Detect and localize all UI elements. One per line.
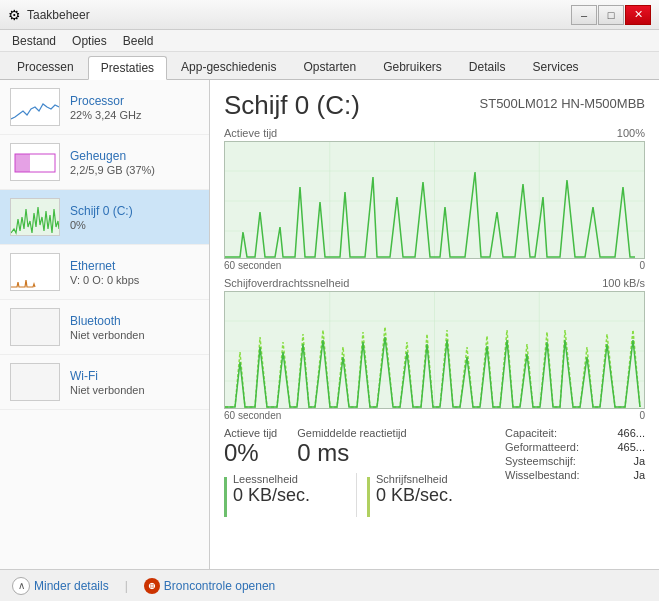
main-panel: Schijf 0 (C:) ST500LM012 HN-M500MBB Acti… <box>210 80 659 569</box>
chart1-label: Actieve tijd <box>224 127 277 139</box>
capacity-row: Capaciteit: 466... <box>505 427 645 439</box>
formatted-label: Geformatteerd: <box>505 441 579 453</box>
sidebar-item-memory[interactable]: Geheugen 2,2/5,9 GB (37%) <box>0 135 209 190</box>
transfer-speed-svg <box>225 292 644 409</box>
disk-info: Schijf 0 (C:) 0% <box>70 204 199 231</box>
swap-file-label: Wisselbestand: <box>505 469 580 481</box>
tab-opstarten[interactable]: Opstarten <box>290 55 369 79</box>
ethernet-mini-chart <box>11 254 59 290</box>
main-title: Schijf 0 (C:) <box>224 90 360 121</box>
tab-gebruikers[interactable]: Gebruikers <box>370 55 455 79</box>
read-speed-value: 0 KB/sec. <box>233 485 310 506</box>
bluetooth-label: Bluetooth <box>70 314 199 328</box>
speed-divider <box>356 473 357 517</box>
system-disk-value: Ja <box>633 455 645 467</box>
ethernet-label: Ethernet <box>70 259 199 273</box>
disk-label: Schijf 0 (C:) <box>70 204 199 218</box>
window-title: Taakbeheer <box>27 8 90 22</box>
chart1-label-row: Actieve tijd 100% <box>224 127 645 139</box>
active-time-stat: Actieve tijd 0% Gemiddelde reactietijd 0… <box>224 427 489 517</box>
sidebar-item-bluetooth[interactable]: Bluetooth Niet verbonden <box>0 300 209 355</box>
ethernet-value: V: 0 O: 0 kbps <box>70 274 199 286</box>
close-button[interactable]: ✕ <box>625 5 651 25</box>
chart2-time-right: 0 <box>639 410 645 421</box>
less-details-label: Minder details <box>34 579 109 593</box>
disk-thumbnail <box>10 198 60 236</box>
active-time-svg <box>225 142 644 259</box>
tab-processen[interactable]: Processen <box>4 55 87 79</box>
chevron-up-icon: ∧ <box>12 577 30 595</box>
sidebar: Processor 22% 3,24 GHz Geheugen 2,2/5,9 … <box>0 80 210 569</box>
memory-info: Geheugen 2,2/5,9 GB (37%) <box>70 149 199 176</box>
wifi-info: Wi-Fi Niet verbonden <box>70 369 199 396</box>
stats-row-inner: Actieve tijd 0% Gemiddelde reactietijd 0… <box>224 427 489 467</box>
disk-title: Schijf 0 (C:) <box>224 90 360 121</box>
sidebar-item-disk[interactable]: Schijf 0 (C:) 0% <box>0 190 209 245</box>
ethernet-thumbnail <box>10 253 60 291</box>
wifi-label: Wi-Fi <box>70 369 199 383</box>
sidebar-item-ethernet[interactable]: Ethernet V: 0 O: 0 kbps <box>0 245 209 300</box>
write-bar <box>367 477 370 517</box>
tabs-bar: Processen Prestaties App-geschiedenis Op… <box>0 52 659 80</box>
chart1-time-left: 60 seconden <box>224 260 281 271</box>
main-header: Schijf 0 (C:) ST500LM012 HN-M500MBB <box>224 90 645 121</box>
wifi-value: Niet verbonden <box>70 384 199 396</box>
broncontrole-link[interactable]: ⊕ Broncontrole openen <box>144 578 275 594</box>
less-details-link[interactable]: ∧ Minder details <box>12 577 109 595</box>
write-speed-block: Schrijfsnelheid 0 KB/sec. <box>367 473 489 517</box>
formatted-value: 465... <box>617 441 645 453</box>
svg-rect-3 <box>15 154 30 172</box>
broncontrole-label: Broncontrole openen <box>164 579 275 593</box>
bluetooth-thumbnail <box>10 308 60 346</box>
active-time-value: 0% <box>224 439 277 467</box>
separator: | <box>125 579 128 593</box>
react-value: 0 ms <box>297 439 406 467</box>
processor-value: 22% 3,24 GHz <box>70 109 199 121</box>
broncontrole-icon: ⊕ <box>144 578 160 594</box>
system-disk-row: Systeemschijf: Ja <box>505 455 645 467</box>
processor-label: Processor <box>70 94 199 108</box>
chart1-max: 100% <box>617 127 645 139</box>
tab-app-geschiedenis[interactable]: App-geschiedenis <box>168 55 289 79</box>
title-bar-left: ⚙ Taakbeheer <box>8 7 90 23</box>
menu-bestand[interactable]: Bestand <box>4 32 64 50</box>
maximize-button[interactable]: □ <box>598 5 624 25</box>
swap-file-row: Wisselbestand: Ja <box>505 469 645 481</box>
tab-prestaties[interactable]: Prestaties <box>88 56 167 80</box>
ethernet-info: Ethernet V: 0 O: 0 kbps <box>70 259 199 286</box>
side-stats-block: Capaciteit: 466... Geformatteerd: 465...… <box>505 427 645 517</box>
capacity-value: 466... <box>617 427 645 439</box>
stats-area: Actieve tijd 0% Gemiddelde reactietijd 0… <box>224 427 645 517</box>
disk-mini-chart <box>11 199 59 235</box>
chart2-time-row: 60 seconden 0 <box>224 410 645 421</box>
tab-services[interactable]: Services <box>520 55 592 79</box>
react-time-block: Gemiddelde reactietijd 0 ms <box>297 427 406 467</box>
disk-value: 0% <box>70 219 199 231</box>
sidebar-item-wifi[interactable]: Wi-Fi Niet verbonden <box>0 355 209 410</box>
bottom-bar: ∧ Minder details | ⊕ Broncontrole openen <box>0 569 659 601</box>
wifi-thumbnail <box>10 363 60 401</box>
active-time-label: Actieve tijd <box>224 427 277 439</box>
memory-mini-chart <box>11 144 59 180</box>
system-disk-label: Systeemschijf: <box>505 455 576 467</box>
sidebar-item-processor[interactable]: Processor 22% 3,24 GHz <box>0 80 209 135</box>
transfer-speed-chart-section: Schijfoverdrachtssnelheid 100 kB/s 60 s <box>224 277 645 421</box>
transfer-speed-chart <box>224 291 645 409</box>
menu-opties[interactable]: Opties <box>64 32 115 50</box>
capacity-label: Capaciteit: <box>505 427 557 439</box>
chart1-time-right: 0 <box>639 260 645 271</box>
chart2-label: Schijfoverdrachtssnelheid <box>224 277 349 289</box>
processor-thumbnail <box>10 88 60 126</box>
processor-info: Processor 22% 3,24 GHz <box>70 94 199 121</box>
chart2-time-left: 60 seconden <box>224 410 281 421</box>
minimize-button[interactable]: – <box>571 5 597 25</box>
bluetooth-info: Bluetooth Niet verbonden <box>70 314 199 341</box>
chart2-max: 100 kB/s <box>602 277 645 289</box>
tab-details[interactable]: Details <box>456 55 519 79</box>
processor-mini-chart <box>11 89 59 125</box>
write-speed-info: Schrijfsnelheid 0 KB/sec. <box>376 473 453 506</box>
read-speed-info: Leessnelheid 0 KB/sec. <box>233 473 310 506</box>
content-area: Processor 22% 3,24 GHz Geheugen 2,2/5,9 … <box>0 80 659 569</box>
menu-beeld[interactable]: Beeld <box>115 32 162 50</box>
active-time-chart <box>224 141 645 259</box>
